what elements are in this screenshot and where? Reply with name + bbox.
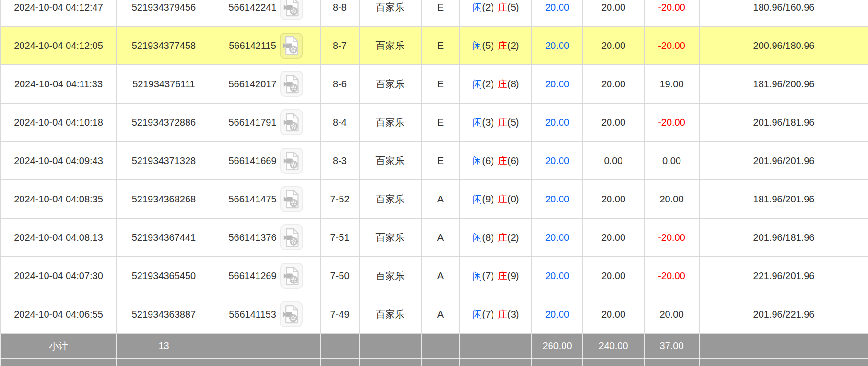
- video-replay-button[interactable]: [280, 224, 303, 250]
- video-replay-button[interactable]: [280, 0, 303, 20]
- result-player-points: (9): [482, 194, 494, 204]
- cell-round-id: 566142241: [211, 0, 320, 26]
- table-row[interactable]: 2024-10-04 04:09:43 521934371328 5661416…: [0, 142, 868, 180]
- table-row[interactable]: 2024-10-04 04:08:35 521934368268 5661414…: [0, 180, 868, 218]
- cell-result: 闲(6)庄(6): [460, 142, 532, 180]
- cell-result: 闲(9)庄(0): [460, 180, 532, 218]
- cell-order-id: 521934372886: [117, 103, 211, 142]
- table-row-highlighted[interactable]: 2024-10-04 04:12:05 521934377458 5661421…: [0, 26, 868, 65]
- bet-history-table-viewport: 2024-10-04 04:12:47 521934379456 5661422…: [0, 0, 868, 366]
- table-row[interactable]: 2024-10-04 04:08:13 521934367441 5661413…: [0, 218, 868, 257]
- result-banker-label: 庄: [498, 194, 507, 204]
- cell-empty: [117, 358, 211, 366]
- cell-game-type: 百家乐: [359, 257, 421, 295]
- cell-win-loss: -20.00: [644, 257, 699, 295]
- result-player-label: 闲: [473, 155, 482, 166]
- cell-bet-amount: 20.00: [532, 103, 583, 142]
- cell-round-no: 8-4: [320, 103, 359, 142]
- round-id-text: 566141269: [228, 271, 276, 282]
- cell-round-no: 7-51: [320, 218, 359, 257]
- result-player-label: 闲: [473, 309, 482, 319]
- cell-round-id: 566141376: [211, 218, 320, 257]
- video-replay-button[interactable]: [280, 33, 303, 59]
- cell-bet-amount: 20.00: [532, 218, 583, 257]
- result-player-label: 闲: [473, 2, 482, 12]
- cell-empty: [359, 333, 421, 358]
- result-player-points: (3): [482, 117, 494, 128]
- result-player-points: (5): [482, 40, 494, 51]
- cell-bet-time: 2024-10-04 04:12:47: [0, 0, 117, 26]
- subtotal-valid-amount: 240.00: [583, 333, 644, 358]
- video-file-icon: [283, 266, 300, 285]
- cell-balance: 221.96/201.96: [699, 257, 868, 295]
- cell-round-no: 8-6: [320, 65, 359, 103]
- table-row[interactable]: 2024-10-04 04:10:18 521934372886 5661417…: [0, 103, 868, 142]
- cell-balance: 201.96/181.96: [699, 218, 868, 257]
- cell-empty: [532, 358, 583, 366]
- cell-balance: 181.96/201.96: [699, 180, 868, 218]
- result-banker-label: 庄: [498, 40, 507, 51]
- result-player-label: 闲: [473, 79, 482, 89]
- cell-round-id: 566141153: [211, 295, 320, 333]
- result-player-points: (6): [482, 155, 494, 166]
- cell-valid-amount: 20.00: [583, 103, 644, 142]
- cell-valid-amount: 20.00: [583, 218, 644, 257]
- cell-valid-amount: 20.00: [583, 26, 644, 65]
- result-banker-points: (5): [507, 2, 519, 12]
- cell-table-code: E: [421, 142, 460, 180]
- result-player-points: (8): [482, 232, 494, 243]
- cell-balance: 201.96/221.96: [699, 295, 868, 333]
- table-row[interactable]: 2024-10-04 04:12:47 521934379456 5661422…: [0, 0, 868, 26]
- result-banker-points: (9): [507, 271, 519, 281]
- total-row-partial: [0, 358, 868, 366]
- round-id-text: 566141475: [228, 194, 276, 205]
- result-player-label: 闲: [473, 194, 482, 204]
- video-replay-button[interactable]: [280, 301, 303, 327]
- round-id-text: 566141669: [228, 155, 276, 166]
- table-row[interactable]: 2024-10-04 04:11:33 521934376111 5661420…: [0, 65, 868, 103]
- cell-empty: [320, 333, 359, 358]
- cell-table-code: A: [421, 218, 460, 257]
- result-player-label: 闲: [473, 117, 482, 128]
- cell-order-id: 521934365450: [117, 257, 211, 295]
- cell-table-code: A: [421, 180, 460, 218]
- cell-empty: [583, 358, 644, 366]
- cell-game-type: 百家乐: [359, 295, 421, 333]
- video-replay-button[interactable]: [280, 109, 303, 135]
- result-player-points: (7): [482, 309, 494, 319]
- cell-bet-amount: 20.00: [532, 142, 583, 180]
- cell-valid-amount: 0.00: [583, 142, 644, 180]
- cell-table-code: E: [421, 0, 460, 26]
- result-banker-points: (0): [507, 194, 519, 204]
- cell-order-id: 521934368268: [117, 180, 211, 218]
- subtotal-win-loss: 37.00: [644, 333, 699, 358]
- cell-round-id: 566142017: [211, 65, 320, 103]
- cell-bet-amount: 20.00: [532, 26, 583, 65]
- result-banker-points: (2): [507, 40, 519, 51]
- video-replay-button[interactable]: [280, 263, 303, 289]
- cell-win-loss: -20.00: [644, 218, 699, 257]
- cell-round-id: 566141269: [211, 257, 320, 295]
- cell-valid-amount: 20.00: [583, 295, 644, 333]
- cell-round-no: 7-50: [320, 257, 359, 295]
- cell-bet-time: 2024-10-04 04:07:30: [0, 257, 117, 295]
- video-replay-button[interactable]: [280, 71, 303, 97]
- subtotal-row: 小计 13 260.00 240.00 37.00: [0, 333, 868, 358]
- result-player-label: 闲: [473, 232, 482, 243]
- table-row[interactable]: 2024-10-04 04:07:30 521934365450 5661412…: [0, 257, 868, 295]
- cell-bet-amount: 20.00: [532, 257, 583, 295]
- cell-round-no: 8-7: [320, 26, 359, 65]
- video-replay-button[interactable]: [280, 186, 303, 212]
- cell-win-loss: 19.00: [644, 65, 699, 103]
- cell-result: 闲(2)庄(5): [460, 0, 532, 26]
- result-banker-label: 庄: [498, 117, 507, 128]
- result-banker-points: (3): [507, 309, 519, 319]
- cell-empty: [421, 358, 460, 366]
- subtotal-count: 13: [117, 333, 211, 358]
- cell-bet-amount: 20.00: [532, 180, 583, 218]
- cell-empty: [359, 358, 421, 366]
- table-row[interactable]: 2024-10-04 04:06:55 521934363887 5661411…: [0, 295, 868, 333]
- result-banker-label: 庄: [498, 2, 507, 12]
- round-id-text: 566142017: [228, 79, 276, 90]
- video-replay-button[interactable]: [280, 148, 303, 174]
